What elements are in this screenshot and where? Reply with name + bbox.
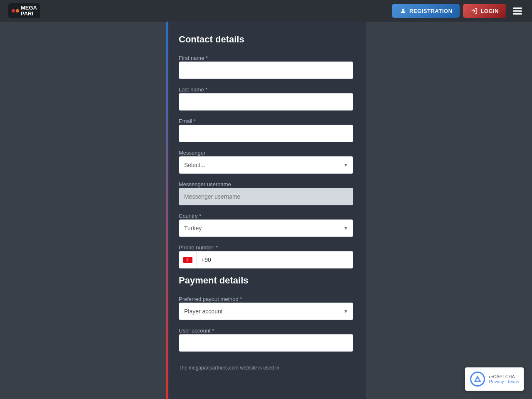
- recaptcha-text: reCAPTCHA Privacy · Terms: [489, 374, 519, 384]
- country-label: Country *: [179, 213, 201, 219]
- logo-dot-orange: [16, 9, 19, 12]
- nav-buttons: REGISTRATION LOGIN: [392, 4, 506, 18]
- navbar: MEGA PARI REGISTRATION LOGIN: [0, 0, 532, 22]
- hamburger-line-3: [513, 13, 522, 15]
- user-account-input[interactable]: [179, 334, 353, 352]
- phone-label: Phone number *: [179, 244, 218, 251]
- email-input[interactable]: [179, 125, 353, 142]
- terms-link[interactable]: Terms: [507, 379, 519, 384]
- phone-number-input[interactable]: [197, 251, 353, 268]
- recaptcha-logo: [470, 372, 485, 387]
- recaptcha-label: reCAPTCHA: [489, 374, 519, 379]
- contact-section-title: Contact details: [179, 34, 353, 45]
- footer-text: The megaparipartners.com website is used…: [179, 365, 353, 371]
- registration-button[interactable]: REGISTRATION: [392, 4, 460, 18]
- svg-point-0: [402, 9, 404, 11]
- email-label: Email *: [179, 118, 196, 124]
- hamburger-menu[interactable]: [511, 6, 524, 16]
- turkey-flag-icon: [183, 257, 192, 263]
- phone-input-wrapper: [179, 251, 353, 268]
- svg-point-1: [476, 379, 479, 381]
- messenger-username-input[interactable]: [179, 188, 353, 205]
- payout-select-wrapper: Player account Bank transfer Crypto ▼: [179, 303, 353, 320]
- logo-text-line1: MEGA: [21, 5, 37, 11]
- first-name-input[interactable]: [179, 62, 353, 79]
- logo[interactable]: MEGA PARI: [8, 3, 40, 19]
- main-content: Contact details First name * Last name *…: [166, 22, 366, 399]
- logo-text-line2: PARI: [21, 11, 37, 17]
- logo-dot-red: [12, 9, 15, 12]
- recaptcha-links: Privacy · Terms: [489, 379, 519, 384]
- country-select[interactable]: Turkey Russia Ukraine Germany France: [179, 219, 353, 237]
- first-name-label: First name *: [179, 55, 208, 61]
- preferred-payout-label: Preferred payout method *: [179, 296, 242, 302]
- messenger-select[interactable]: Select... Telegram WhatsApp Skype Viber: [179, 156, 353, 174]
- login-label: LOGIN: [480, 8, 499, 14]
- payout-select[interactable]: Player account Bank transfer Crypto: [179, 303, 353, 320]
- hamburger-line-1: [513, 7, 522, 9]
- messenger-select-wrapper: Select... Telegram WhatsApp Skype Viber …: [179, 156, 353, 174]
- recaptcha-badge: reCAPTCHA Privacy · Terms: [465, 367, 524, 391]
- login-icon: [470, 7, 478, 15]
- user-icon: [399, 7, 407, 15]
- user-account-label: User account *: [179, 328, 214, 334]
- messenger-label: Messenger: [179, 150, 205, 156]
- recaptcha-separator: ·: [505, 379, 506, 384]
- messenger-username-label: Messenger username: [179, 181, 231, 187]
- country-select-wrapper: Turkey Russia Ukraine Germany France ▼: [179, 219, 353, 237]
- privacy-link[interactable]: Privacy: [489, 379, 504, 384]
- payment-section-title: Payment details: [179, 275, 353, 286]
- hamburger-line-2: [513, 10, 522, 12]
- last-name-label: Last name *: [179, 86, 207, 93]
- main-content-wrapper: Contact details First name * Last name *…: [166, 22, 366, 399]
- last-name-input[interactable]: [179, 93, 353, 111]
- accent-bar: [166, 22, 168, 399]
- phone-flag-button[interactable]: [179, 251, 197, 268]
- registration-label: REGISTRATION: [409, 8, 452, 14]
- login-button[interactable]: LOGIN: [463, 4, 506, 18]
